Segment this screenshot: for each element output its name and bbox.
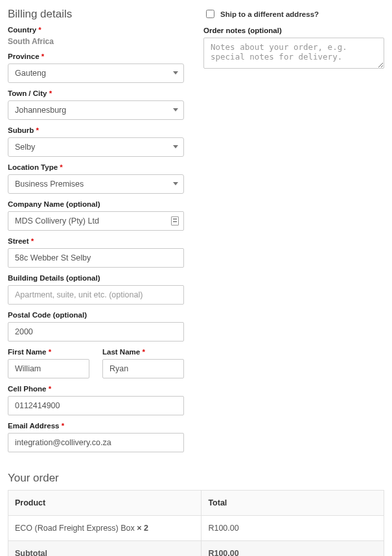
phone-label: Cell Phone * [8, 385, 184, 393]
building-input[interactable] [8, 285, 184, 305]
order-table: Product Total ECO (Road Freight Express)… [8, 490, 384, 556]
location-select[interactable]: Business Premises [8, 174, 184, 194]
order-notes-input[interactable] [203, 38, 384, 69]
order-heading: Your order [8, 472, 384, 485]
line-item-total: R100.00 [202, 516, 384, 541]
street-input[interactable] [8, 248, 184, 268]
company-input[interactable] [8, 211, 184, 231]
postal-input[interactable] [8, 322, 184, 342]
ship-different-checkbox[interactable] [206, 10, 214, 18]
email-input[interactable] [8, 433, 184, 452]
order-notes-label: Order notes (optional) [203, 27, 384, 34]
last-name-label: Last Name * [102, 348, 184, 356]
chevron-down-icon [173, 71, 178, 75]
first-name-label: First Name * [8, 348, 89, 356]
street-label: Street * [8, 237, 184, 245]
phone-input[interactable] [8, 396, 184, 415]
contacts-icon[interactable] [171, 216, 179, 226]
town-label: Town / City * [8, 89, 184, 97]
subtotal-label: Subtotal [8, 541, 202, 557]
billing-column: Billing details Country * South Africa P… [8, 8, 184, 459]
line-item: ECO (Road Freight Express) Box × 2 [8, 516, 202, 541]
chevron-down-icon [173, 182, 178, 185]
col-total: Total [202, 491, 384, 516]
suburb-select[interactable]: Selby [8, 137, 184, 157]
first-name-input[interactable] [8, 359, 89, 378]
company-label: Company Name (optional) [8, 200, 184, 208]
postal-label: Postal Code (optional) [8, 311, 184, 319]
col-product: Product [8, 491, 202, 516]
country-label: Country * [8, 26, 184, 34]
location-label: Location Type * [8, 163, 184, 171]
subtotal-value: R100.00 [202, 541, 384, 557]
last-name-input[interactable] [102, 359, 184, 378]
chevron-down-icon [173, 108, 178, 111]
ship-different-label[interactable]: Ship to a different address? [220, 10, 319, 18]
billing-heading: Billing details [8, 8, 184, 21]
shipping-column: Ship to a different address? Order notes… [203, 8, 384, 459]
country-value: South Africa [8, 37, 184, 46]
building-label: Building Details (optional) [8, 274, 184, 282]
email-label: Email Address * [8, 422, 184, 430]
suburb-label: Suburb * [8, 126, 184, 134]
town-select[interactable]: Johannesburg [8, 100, 184, 120]
chevron-down-icon [173, 145, 178, 148]
province-label: Province * [8, 52, 184, 60]
province-select[interactable]: Gauteng [8, 64, 184, 83]
